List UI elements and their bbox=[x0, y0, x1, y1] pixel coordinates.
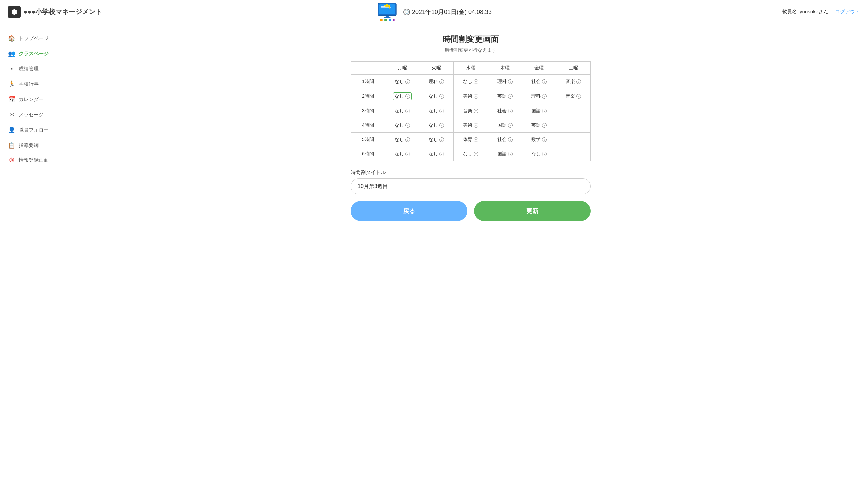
cell-select-r5-c3[interactable]: 体育∨ bbox=[462, 136, 480, 143]
sidebar-label-registration: 情報登録画面 bbox=[19, 157, 49, 163]
chevron-down-icon: ∨ bbox=[542, 109, 547, 113]
cell-value: 社会 bbox=[497, 137, 507, 143]
title-input[interactable] bbox=[351, 178, 591, 194]
cell-r3-c4: 社会∨ bbox=[488, 104, 522, 118]
cell-select-r3-c2[interactable]: なし∨ bbox=[427, 107, 445, 115]
cell-select-r4-c2[interactable]: なし∨ bbox=[427, 122, 445, 129]
chevron-down-icon: ∨ bbox=[439, 137, 444, 142]
header-sat: 土曜 bbox=[556, 62, 591, 75]
cell-select-r5-c1[interactable]: なし∨ bbox=[393, 136, 411, 143]
cell-r3-c5: 国語∨ bbox=[522, 104, 556, 118]
svg-rect-8 bbox=[386, 16, 389, 17]
cell-r3-c6 bbox=[556, 104, 591, 118]
cell-select-r2-c6[interactable]: 音楽∨ bbox=[564, 93, 582, 100]
period-6: 6時間 bbox=[351, 147, 385, 161]
cell-select-r1-c2[interactable]: 理科∨ bbox=[427, 78, 445, 85]
chevron-down-icon: ∨ bbox=[576, 79, 581, 84]
cell-select-r1-c3[interactable]: なし∨ bbox=[462, 78, 480, 85]
cell-select-r3-c1[interactable]: なし∨ bbox=[393, 107, 411, 115]
cell-select-r4-c1[interactable]: なし∨ bbox=[393, 122, 411, 129]
cell-select-r4-c3[interactable]: 美術∨ bbox=[462, 122, 480, 129]
chevron-down-icon: ∨ bbox=[542, 152, 547, 156]
sidebar-item-events[interactable]: 🏃 学校行事 bbox=[0, 76, 73, 92]
cell-r5-c3: 体育∨ bbox=[454, 133, 488, 147]
cell-value: なし bbox=[395, 108, 404, 114]
svg-rect-9 bbox=[384, 17, 391, 18]
cell-r5-c1: なし∨ bbox=[385, 133, 419, 147]
update-button[interactable]: 更新 bbox=[474, 201, 591, 221]
cell-value: なし bbox=[429, 151, 438, 157]
header-tue: 火曜 bbox=[419, 62, 454, 75]
chevron-down-icon: ∨ bbox=[508, 109, 513, 113]
cell-select-r6-c5[interactable]: なし∨ bbox=[530, 150, 548, 158]
cell-select-r4-c4[interactable]: 国語∨ bbox=[496, 122, 514, 129]
cell-value: 体育 bbox=[463, 137, 472, 143]
cell-value: 音楽 bbox=[566, 93, 575, 99]
header-empty bbox=[351, 62, 385, 75]
chevron-down-icon: ∨ bbox=[405, 94, 410, 99]
cell-r5-c2: なし∨ bbox=[419, 133, 454, 147]
layout: 🏠 トップページ 👥 クラスページ ▪ 成績管理 🏃 学校行事 📅 カレンダー … bbox=[0, 24, 868, 502]
chevron-down-icon: ∨ bbox=[508, 94, 513, 99]
cell-select-r6-c2[interactable]: なし∨ bbox=[427, 150, 445, 158]
chevron-down-icon: ∨ bbox=[542, 123, 547, 128]
period-3: 3時間 bbox=[351, 104, 385, 118]
sidebar-item-calendar[interactable]: 📅 カレンダー bbox=[0, 92, 73, 107]
cell-r6-c4: 国語∨ bbox=[488, 147, 522, 161]
cell-select-r2-c2[interactable]: なし∨ bbox=[427, 93, 445, 100]
period-2: 2時間 bbox=[351, 89, 385, 104]
back-button[interactable]: 戻る bbox=[351, 201, 467, 221]
chevron-down-icon: ∨ bbox=[439, 123, 444, 128]
chevron-down-icon: ∨ bbox=[508, 79, 513, 84]
chevron-down-icon: ∨ bbox=[474, 137, 478, 142]
cell-select-r3-c5[interactable]: 国語∨ bbox=[530, 107, 548, 115]
sidebar-item-registration[interactable]: Ⓡ 情報登録画面 bbox=[0, 153, 73, 167]
chevron-down-icon: ∨ bbox=[474, 109, 478, 113]
sidebar-item-staff[interactable]: 👤 職員フォロー bbox=[0, 122, 73, 138]
sidebar-item-grades[interactable]: ▪ 成績管理 bbox=[0, 61, 73, 76]
cell-select-r2-c1[interactable]: なし∨ bbox=[393, 92, 412, 100]
cell-select-r1-c1[interactable]: なし∨ bbox=[393, 78, 411, 85]
sidebar-item-curriculum[interactable]: 📋 指導要綱 bbox=[0, 138, 73, 153]
message-icon: ✉ bbox=[8, 111, 16, 118]
cell-select-r3-c4[interactable]: 社会∨ bbox=[496, 107, 514, 115]
cell-value: なし bbox=[395, 151, 404, 157]
cell-value: 美術 bbox=[463, 93, 472, 99]
svg-point-11 bbox=[384, 19, 387, 21]
cell-select-r3-c3[interactable]: 音楽∨ bbox=[462, 107, 480, 115]
logout-button[interactable]: ログアウト bbox=[835, 9, 860, 15]
cell-select-r1-c4[interactable]: 理科∨ bbox=[496, 78, 514, 85]
header-right: 教員名: yuusukeさん ログアウト bbox=[782, 9, 860, 15]
chevron-down-icon: ∨ bbox=[405, 152, 410, 156]
cell-select-r5-c4[interactable]: 社会∨ bbox=[496, 136, 514, 143]
sidebar-label-top: トップページ bbox=[19, 35, 49, 42]
cell-select-r5-c2[interactable]: なし∨ bbox=[427, 136, 445, 143]
cell-select-r5-c5[interactable]: 数学∨ bbox=[530, 136, 548, 143]
logo-icon bbox=[8, 6, 21, 18]
cell-r3-c3: 音楽∨ bbox=[454, 104, 488, 118]
cell-select-r6-c4[interactable]: 国語∨ bbox=[496, 150, 514, 158]
cell-select-r1-c6[interactable]: 音楽∨ bbox=[564, 78, 582, 85]
cell-select-r2-c3[interactable]: 美術∨ bbox=[462, 93, 480, 100]
cell-select-r1-c5[interactable]: 社会∨ bbox=[530, 78, 548, 85]
cell-select-r2-c4[interactable]: 英語∨ bbox=[496, 93, 514, 100]
cell-select-r4-c5[interactable]: 英語∨ bbox=[530, 122, 548, 129]
cell-value: 理科 bbox=[531, 93, 541, 99]
cell-value: なし bbox=[463, 79, 472, 85]
cell-select-r6-c1[interactable]: なし∨ bbox=[393, 150, 411, 158]
sidebar-item-messages[interactable]: ✉ メッセージ bbox=[0, 107, 73, 122]
cell-value: 美術 bbox=[463, 122, 472, 128]
sidebar-item-top[interactable]: 🏠 トップページ bbox=[0, 31, 73, 46]
sidebar-label-events: 学校行事 bbox=[19, 81, 39, 87]
chevron-down-icon: ∨ bbox=[405, 123, 410, 128]
header-logo: ●●●小学校マネージメント bbox=[8, 6, 102, 18]
cell-r4-c3: 美術∨ bbox=[454, 118, 488, 133]
cell-select-r6-c3[interactable]: なし∨ bbox=[462, 150, 480, 158]
cell-select-r2-c5[interactable]: 理科∨ bbox=[530, 93, 548, 100]
table-row: 4時間なし∨なし∨美術∨国語∨英語∨ bbox=[351, 118, 591, 133]
main-content: 時間割変更画面 時間割変更が行なえます 月曜 火曜 水曜 木曜 金曜 土曜 1時… bbox=[73, 24, 868, 502]
sidebar-item-class[interactable]: 👥 クラスページ bbox=[0, 46, 73, 61]
svg-point-10 bbox=[380, 19, 383, 21]
cell-value: 音楽 bbox=[566, 79, 575, 85]
cell-r4-c4: 国語∨ bbox=[488, 118, 522, 133]
